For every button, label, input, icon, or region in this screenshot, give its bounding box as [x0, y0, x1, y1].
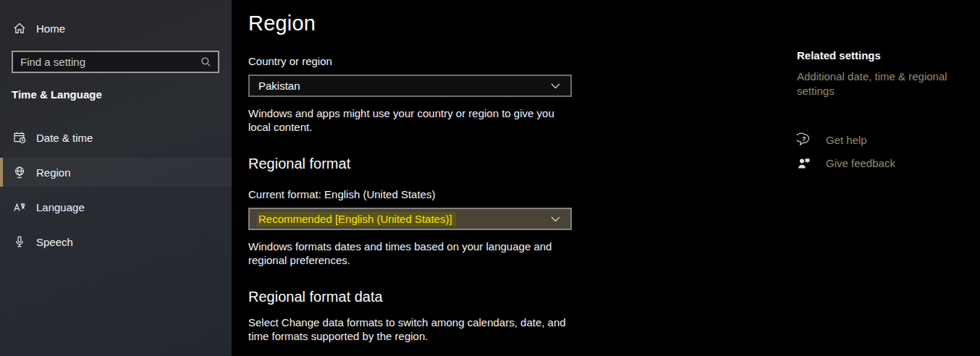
sidebar-nav: Date & time Region [0, 123, 232, 262]
country-or-region-label: Country or region [248, 55, 332, 67]
home-icon [13, 22, 26, 35]
sidebar-item-region[interactable]: Region [0, 158, 232, 187]
sidebar-item-label: Speech [36, 236, 73, 248]
sidebar-item-label: Region [36, 166, 71, 179]
sidebar-item-label: Language [36, 201, 85, 213]
globe-icon [13, 166, 26, 179]
get-help-link[interactable]: ? Get help [797, 132, 867, 147]
give-feedback-label: Give feedback [826, 157, 895, 169]
sidebar-item-speech[interactable]: Speech [0, 227, 232, 256]
regional-format-dropdown[interactable]: Recommended [English (United States)] [248, 208, 572, 230]
regional-format-description: Windows formats dates and times based on… [248, 240, 567, 267]
additional-settings-link[interactable]: Additional date, time & regional setting… [797, 69, 958, 98]
country-description: Windows and apps might use your country … [248, 106, 567, 134]
regional-format-heading: Regional format [248, 156, 350, 172]
chevron-down-icon [549, 80, 562, 93]
search-icon [199, 56, 212, 69]
current-format-label: Current format: English (United States) [248, 188, 435, 200]
sidebar-item-home[interactable]: Home [0, 14, 232, 42]
microphone-icon [13, 235, 26, 248]
sidebar-item-language[interactable]: Language [0, 192, 232, 221]
search-box[interactable] [12, 51, 219, 73]
get-help-label: Get help [826, 134, 867, 146]
calendar-clock-icon [13, 131, 26, 144]
search-input[interactable] [20, 56, 199, 68]
settings-sidebar: Home Time & Language Date & ti [0, 0, 232, 356]
feedback-person-icon [797, 156, 811, 170]
language-icon [13, 200, 26, 213]
country-or-region-value: Pakistan [258, 80, 300, 92]
give-feedback-link[interactable]: Give feedback [797, 156, 895, 170]
svg-text:?: ? [802, 135, 806, 143]
related-settings-heading: Related settings [797, 49, 881, 62]
sidebar-item-label: Date & time [36, 132, 93, 144]
sidebar-item-date-time[interactable]: Date & time [0, 123, 232, 152]
home-label: Home [36, 22, 65, 35]
regional-format-value-highlighted: Recommended [English (United States)] [257, 212, 456, 226]
region-settings-main: Region Country or region Pakistan Window… [248, 0, 588, 356]
regional-format-data-description: Select Change data formats to switch amo… [248, 315, 567, 343]
selection-accent-bar [0, 158, 3, 187]
sidebar-section-title: Time & Language [12, 88, 102, 101]
country-or-region-dropdown[interactable]: Pakistan [248, 75, 572, 97]
help-bubble-icon: ? [797, 132, 811, 147]
regional-format-data-heading: Regional format data [248, 289, 383, 305]
page-title: Region [248, 12, 316, 35]
chevron-down-icon [549, 213, 562, 226]
